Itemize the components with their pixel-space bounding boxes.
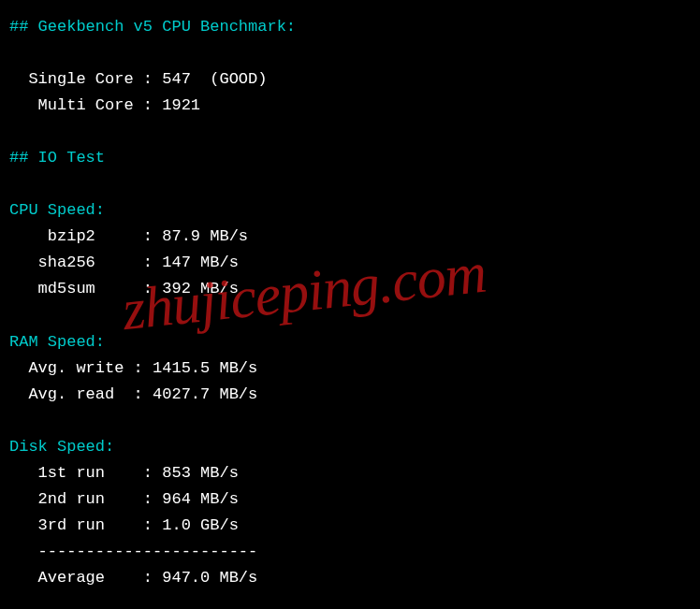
terminal-output: ## Geekbench v5 CPU Benchmark: Single Co… [9, 14, 691, 591]
bzip2-result: bzip2 : 87.9 MB/s [9, 224, 691, 250]
io-test-header: ## IO Test [9, 145, 691, 171]
sha256-result: sha256 : 147 MB/s [9, 250, 691, 276]
ram-read-result: Avg. read : 4027.7 MB/s [9, 382, 691, 408]
multi-core-result: Multi Core : 1921 [9, 93, 691, 119]
disk-run1-result: 1st run : 853 MB/s [9, 460, 691, 486]
blank-line [9, 40, 691, 66]
disk-run3-result: 3rd run : 1.0 GB/s [9, 513, 691, 539]
disk-run2-result: 2nd run : 964 MB/s [9, 486, 691, 513]
blank-line [9, 119, 691, 145]
md5sum-result: md5sum : 392 MB/s [9, 276, 691, 302]
divider-line: ----------------------- [9, 539, 691, 565]
blank-line [9, 171, 691, 197]
blank-line [9, 408, 691, 434]
blank-line [9, 303, 691, 329]
geekbench-header: ## Geekbench v5 CPU Benchmark: [9, 14, 691, 40]
ram-speed-header: RAM Speed: [9, 329, 691, 355]
disk-speed-header: Disk Speed: [9, 434, 691, 460]
ram-write-result: Avg. write : 1415.5 MB/s [9, 355, 691, 382]
single-core-result: Single Core : 547 (GOOD) [9, 66, 691, 93]
cpu-speed-header: CPU Speed: [9, 197, 691, 224]
disk-average-result: Average : 947.0 MB/s [9, 565, 691, 591]
